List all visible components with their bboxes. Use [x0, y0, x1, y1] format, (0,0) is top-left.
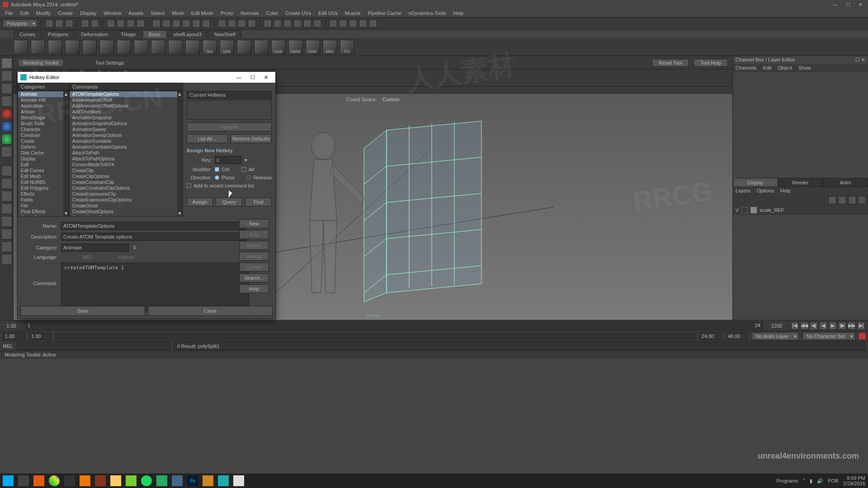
menu-color[interactable]: Color [263, 9, 281, 17]
category-item[interactable]: Deform [18, 144, 69, 150]
move-tool[interactable] [1, 96, 12, 107]
menu-edit-mesh[interactable]: Edit Mesh [188, 9, 217, 17]
app-icon-4[interactable] [203, 475, 213, 486]
categories-scrollbar[interactable]: ▲▼ [63, 91, 69, 216]
shelf-button-10[interactable] [185, 40, 200, 54]
layer-btn-4[interactable] [858, 196, 866, 204]
shelf-button-8[interactable] [151, 40, 165, 54]
time-slider[interactable]: 1.00 1 24 1200 |◀ ◀◀ ◀| ◀ ▶ |▶ ▶▶ ▶| [0, 320, 868, 331]
category-field[interactable]: Animate [61, 244, 129, 252]
command-item[interactable]: CreateClip [70, 168, 183, 174]
tb-sel2[interactable] [117, 19, 125, 28]
tb-sel1[interactable] [107, 19, 115, 28]
menu-create[interactable]: Create [55, 9, 76, 17]
menu-create-uvs[interactable]: Create UVs [282, 9, 314, 17]
range-start[interactable]: 1.00 [3, 333, 25, 340]
layer-btn-3[interactable] [848, 196, 856, 204]
category-item[interactable]: File [18, 203, 69, 209]
chrome-icon[interactable] [49, 475, 60, 486]
category-item[interactable]: Character [18, 127, 69, 132]
app-icon-2[interactable] [126, 475, 137, 486]
command-item[interactable]: AnimationSweep [70, 127, 183, 132]
layout-three[interactable] [1, 216, 12, 227]
tb-d1[interactable] [329, 19, 337, 28]
command-item[interactable]: AttachToPath [70, 150, 183, 156]
layers-menu-options[interactable]: Options [757, 188, 774, 193]
maya-taskbar-icon[interactable] [218, 475, 229, 486]
menu-normals[interactable]: Normals [237, 9, 262, 17]
tb-save[interactable] [65, 19, 73, 28]
delete-button[interactable]: Delete [239, 241, 269, 250]
lasso-tool[interactable] [1, 70, 12, 81]
cancel-button[interactable]: Cancel [239, 263, 269, 272]
help-button[interactable]: Help [239, 284, 269, 293]
tb-redo[interactable] [91, 19, 99, 28]
tray-time[interactable]: 9:59 PM [843, 475, 865, 481]
restore-defaults-button[interactable]: Restore Defaults [231, 134, 272, 143]
menu-proxy[interactable]: Proxy [217, 9, 236, 17]
tool-help-button[interactable]: Tool Help [693, 59, 728, 67]
range-start2[interactable]: 1.00 [29, 333, 52, 340]
desc-field[interactable]: Create ATOM Template options [61, 233, 246, 241]
edit-button[interactable]: Edit [239, 230, 269, 239]
category-item[interactable]: Display [18, 156, 69, 162]
menu-help[interactable]: Help [450, 9, 467, 17]
tb-render3[interactable] [238, 19, 246, 28]
command-item[interactable]: CreateClipOptions [70, 174, 183, 179]
commands-scrollbar[interactable]: ▲▼ [177, 91, 183, 216]
assign-button[interactable]: Assign [187, 197, 213, 206]
tb-d2[interactable] [339, 19, 347, 28]
shelf-tab-thiago[interactable]: Thiago [115, 30, 142, 38]
shelf-button-13[interactable] [237, 40, 251, 54]
tb-snap4[interactable] [182, 19, 190, 28]
tray-lang[interactable]: POR [828, 478, 839, 483]
layout-out[interactable] [1, 229, 12, 239]
anim-layer-dropdown[interactable]: No Anim Layer [752, 332, 799, 340]
dialog-titlebar[interactable]: Hotkey Editor —☐✕ [18, 72, 275, 83]
command-item[interactable]: ATOMTemplateOptions [70, 91, 183, 97]
command-item[interactable]: AddTimeWarp [70, 109, 183, 115]
command-item[interactable]: AnimationTurntable [70, 138, 183, 144]
menu-display[interactable]: Display [77, 9, 99, 17]
range-f48[interactable]: 48.00 [726, 333, 748, 340]
tb-c4[interactable] [293, 19, 302, 28]
category-dropdown-icon[interactable]: ⇕ [132, 245, 137, 251]
explorer-icon[interactable] [110, 475, 121, 486]
window-maximize[interactable]: ☐ [846, 2, 850, 8]
shelf-button-16[interactable]: Hshd [288, 40, 303, 54]
shelf-button-9[interactable] [168, 40, 183, 54]
press-radio[interactable] [215, 175, 219, 180]
shelf-tab-deformation[interactable]: Deformation [75, 30, 114, 38]
tb-snap6[interactable] [202, 19, 210, 28]
cb-menu-channels[interactable]: Channels [736, 65, 756, 71]
category-item[interactable]: Disk Cache [18, 150, 69, 156]
command-item[interactable]: AnimationTurntableOptions [70, 144, 183, 150]
menu-select[interactable]: Select [147, 9, 168, 17]
tb-new[interactable] [45, 19, 53, 28]
category-item[interactable]: Animate [18, 91, 69, 97]
category-item[interactable]: Brush Tools [18, 121, 69, 127]
layer-row[interactable]: V scale_REF [733, 206, 868, 215]
tb-snap5[interactable] [192, 19, 200, 28]
app-icon-5[interactable] [233, 475, 244, 486]
category-item[interactable]: Application [18, 103, 69, 109]
shelf-button-6[interactable] [117, 40, 131, 54]
command-input[interactable] [17, 342, 170, 350]
play-fwd-icon[interactable]: ▶ [829, 322, 837, 330]
shelf-button-1[interactable] [31, 40, 45, 54]
tb-render2[interactable] [228, 19, 236, 28]
tb-sel4[interactable] [137, 19, 145, 28]
category-item[interactable]: Edit Curves [18, 168, 69, 174]
tb-c6[interactable] [313, 19, 321, 28]
category-item[interactable]: Fields [18, 197, 69, 203]
scale-tool[interactable] [1, 121, 12, 132]
tb-d3[interactable] [349, 19, 357, 28]
range-f24[interactable]: 24.00 [699, 333, 722, 340]
menu-pipeline-cache[interactable]: Pipeline Cache [365, 9, 405, 17]
category-item[interactable]: Edit Polygons [18, 185, 69, 191]
shelf-button-3[interactable] [65, 40, 80, 54]
dialog-minimize[interactable]: — [232, 75, 246, 80]
tray-net-icon[interactable]: ▮ [810, 478, 812, 484]
category-item[interactable]: BlendShape [18, 115, 69, 121]
save-button[interactable]: Save [20, 306, 145, 316]
